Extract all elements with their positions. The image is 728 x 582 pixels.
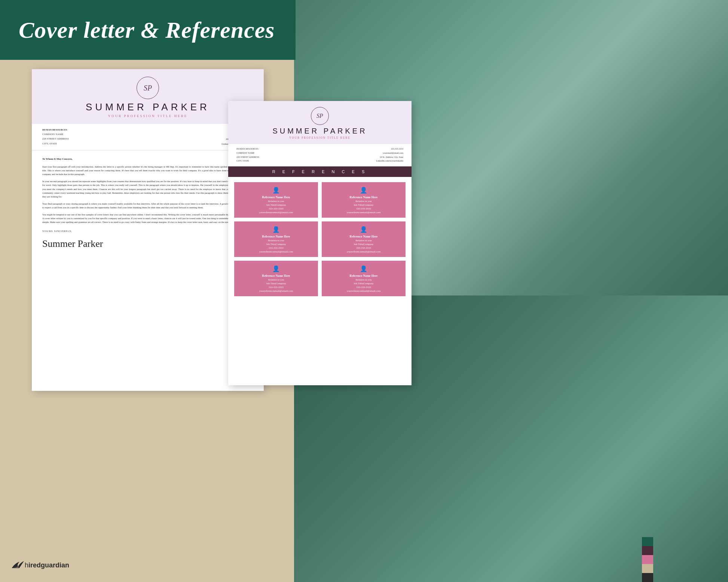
- cl-city: CITY, STATE: [42, 141, 69, 146]
- ref-monogram: SP: [311, 107, 329, 125]
- swatch-4: [642, 564, 653, 573]
- ref-phone: 333.333.3333: [376, 147, 404, 151]
- ref-card-company-4: Job Title|Company: [325, 243, 402, 246]
- ref-card-email-6: yourreferenceemail@email.com: [325, 290, 402, 292]
- cl-contact-label: HUMAN RESOURCES: [42, 128, 69, 132]
- ref-city: CITY, STATE: [236, 159, 259, 163]
- ref-card-2: 👤 Reference Name Here Relation to you Jo…: [322, 182, 406, 218]
- ref-card-relation-5: Relation to you: [238, 278, 314, 281]
- ref-card-relation-1: Relation to you: [238, 200, 314, 203]
- person-icon-3: 👤: [238, 226, 314, 233]
- ref-profession: YOUR PROFESSION TITLE HERE: [228, 136, 412, 140]
- cl-address: 228 STREET ADDRESS: [42, 137, 69, 141]
- ref-card-company-2: Job Title|Company: [325, 203, 402, 206]
- ref-contact: HUMAN RESOURCES COMPANY NAME 228 STREET …: [228, 144, 412, 166]
- color-swatches: [642, 537, 653, 582]
- cl-paragraph-3: Your final paragraph or your closing par…: [42, 202, 253, 209]
- ref-email: youremail@email.com: [376, 151, 404, 155]
- references-document: SP Summer Parker YOUR PROFESSION TITLE H…: [228, 101, 412, 385]
- person-icon-4: 👤: [325, 226, 402, 233]
- ref-card-6: 👤 Reference Name Here Relation to you Jo…: [322, 261, 406, 296]
- ref-card-name-3: Reference Name Here: [238, 235, 314, 238]
- ref-contact-label: HUMAN RESOURCES: [236, 147, 259, 151]
- ref-card-company-5: Job Title|Company: [238, 282, 314, 285]
- ref-contact-left: HUMAN RESOURCES COMPANY NAME 228 STREET …: [236, 147, 259, 163]
- ref-card-name-6: Reference Name Here: [325, 274, 402, 278]
- ref-card-3: 👤 Reference Name Here Relation to you Jo…: [234, 221, 318, 257]
- ref-address: 228 STREET ADDRESS: [236, 155, 259, 159]
- cl-closing: YOURS SINCERELY, Summer Parker: [42, 229, 253, 251]
- ref-card-phone-4: 333-333-3333: [325, 246, 402, 249]
- swatch-3: [642, 555, 653, 564]
- ref-card-email-5: yourreferenceemail@email.com: [238, 290, 314, 292]
- cl-greeting: To Whom It May Concern,: [42, 157, 253, 161]
- ref-card-name-2: Reference Name Here: [325, 196, 402, 199]
- person-icon-5: 👤: [238, 265, 314, 272]
- ref-card-4: 👤 Reference Name Here Relation to you Jo…: [322, 221, 406, 257]
- header-banner: Cover letter & References: [0, 0, 296, 60]
- cl-monogram: SP: [137, 77, 159, 99]
- person-icon-6: 👤: [325, 265, 402, 272]
- ref-card-name-4: Reference Name Here: [325, 235, 402, 238]
- cl-signature: Summer Parker: [42, 236, 253, 251]
- ref-card-email-3: yourreferenceemail@email.com: [238, 250, 314, 253]
- ref-card-name-5: Reference Name Here: [238, 274, 314, 278]
- logo-area: hiredguardian: [11, 560, 69, 571]
- ref-header: SP Summer Parker YOUR PROFESSION TITLE H…: [228, 101, 412, 144]
- ref-card-relation-3: Relation to you: [238, 239, 314, 242]
- ref-card-email-1: yourreferenceemail@email.com: [238, 211, 314, 214]
- cl-paragraph-4: You might be tempted to use one of the f…: [42, 213, 253, 224]
- ref-card-relation-6: Relation to you: [325, 278, 402, 281]
- ref-contact-right: 333.333.3333 youremail@email.com 24 St. …: [376, 147, 404, 163]
- ref-card-company-1: Job Title|Company: [238, 203, 314, 206]
- cl-company: COMPANY NAME: [42, 132, 69, 137]
- logo-text-bold: iredguardian: [28, 561, 69, 569]
- ref-card-email-4: yourreferenceemail@email.com: [325, 250, 402, 253]
- ref-card-relation-2: Relation to you: [325, 200, 402, 203]
- ref-address2: 24 St. Address, City, State: [376, 155, 404, 159]
- ref-company: COMPANY NAME: [236, 151, 259, 155]
- header-title: Cover letter & References: [19, 17, 275, 43]
- ref-card-company-3: Job Title|Company: [238, 243, 314, 246]
- ref-card-phone-6: 333-333-3333: [325, 286, 402, 289]
- cl-paragraph-2: In your second paragraph you should inco…: [42, 180, 253, 198]
- ref-card-phone-5: 333-333-3333: [238, 286, 314, 289]
- ref-card-relation-4: Relation to you: [325, 239, 402, 242]
- cl-paragraph-1: Start your first paragraph off with your…: [42, 165, 253, 176]
- swatch-5: [642, 573, 653, 582]
- cl-contact-left: HUMAN RESOURCES COMPANY NAME 228 STREET …: [42, 128, 69, 146]
- ref-card-name-1: Reference Name Here: [238, 196, 314, 199]
- bird-logo-icon: [11, 560, 25, 571]
- ref-card-company-6: Job Title|Company: [325, 282, 402, 285]
- swatch-2: [642, 546, 653, 555]
- ref-linkedin: LinkedIn.com/in/yourlinkedin: [376, 159, 404, 163]
- ref-name: Summer Parker: [228, 127, 412, 135]
- person-icon-2: 👤: [325, 187, 402, 194]
- ref-card-1: 👤 Reference Name Here Relation to you Jo…: [234, 182, 318, 218]
- ref-card-phone-2: 333-333-3333: [325, 207, 402, 210]
- person-icon-1: 👤: [238, 187, 314, 194]
- logo-text: hiredguardian: [25, 561, 69, 569]
- ref-card-email-2: yourreferenceemail@email.com: [325, 211, 402, 214]
- ref-card-5: 👤 Reference Name Here Relation to you Jo…: [234, 261, 318, 296]
- ref-card-phone-3: 333-333-3333: [238, 246, 314, 249]
- swatch-1: [642, 537, 653, 546]
- ref-card-phone-1: 333-333-3333: [238, 207, 314, 210]
- cl-closing-text: YOURS SINCERELY,: [42, 229, 253, 233]
- ref-grid: 👤 Reference Name Here Relation to you Jo…: [228, 177, 412, 301]
- ref-section-header: R E F E R E N C E S: [228, 166, 412, 177]
